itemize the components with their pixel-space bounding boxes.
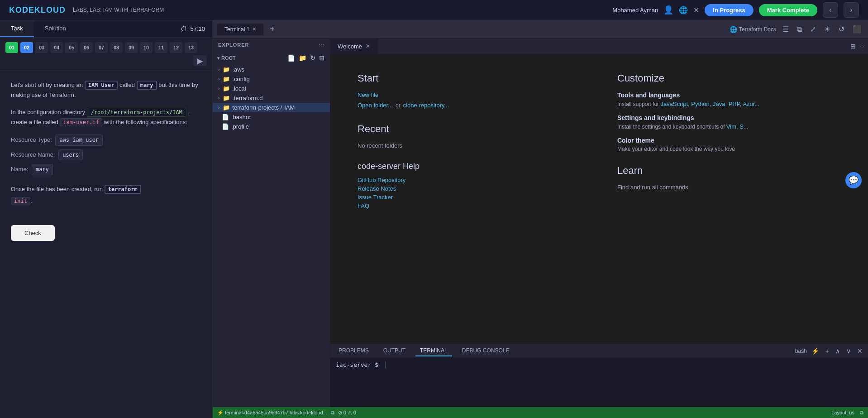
step-13[interactable]: 13 <box>185 42 197 53</box>
debug-console-tab[interactable]: DEBUG CONSOLE <box>458 346 514 356</box>
step-6[interactable]: 06 <box>80 42 93 53</box>
step-8[interactable]: 08 <box>110 42 123 53</box>
iam-user-highlight: IAM User <box>85 81 118 90</box>
globe-small-icon: 🌐 <box>730 26 737 33</box>
prev-arrow[interactable]: ‹ <box>823 2 838 18</box>
tree-item-terraform-d[interactable]: › 📁 .terraform.d <box>213 93 330 103</box>
add-terminal-tab[interactable]: + <box>267 24 277 35</box>
chat-bubble[interactable]: 💬 <box>845 172 862 188</box>
task-content: Let's start off by creating an IAM User … <box>0 71 212 418</box>
step-10[interactable]: 10 <box>140 42 153 53</box>
step-1[interactable]: 01 <box>5 42 18 53</box>
step-5[interactable]: 05 <box>65 42 78 53</box>
step-4[interactable]: 04 <box>50 42 63 53</box>
external-link-status-icon[interactable]: ⧉ <box>860 410 863 416</box>
tab-solution[interactable]: Solution <box>34 20 77 37</box>
release-notes-link[interactable]: Release Notes <box>358 185 581 192</box>
tree-item-aws[interactable]: › 📁 .aws <box>213 65 330 74</box>
chevron-up-icon[interactable]: ∧ <box>834 346 842 356</box>
tree-label-terraform-d: .terraform.d <box>232 95 262 101</box>
tab-task[interactable]: Task <box>0 20 34 37</box>
issue-tracker-link[interactable]: Issue Tracker <box>358 194 581 201</box>
tree-item-bashrc[interactable]: 📄 .bashrc <box>213 112 330 122</box>
settings-editors-link[interactable]: Vim, S... <box>726 123 749 130</box>
new-folder-icon[interactable]: 📁 <box>298 53 307 62</box>
folder-icon-config: 📁 <box>223 76 230 82</box>
refresh-icon[interactable]: ↻ <box>309 53 316 62</box>
step-3[interactable]: 03 <box>35 42 48 53</box>
tree-label-iam: IAM <box>284 104 295 111</box>
terminal-icon: ⚡ <box>217 410 224 416</box>
terminal-tab-close[interactable]: ✕ <box>252 26 256 32</box>
tools-langs-link[interactable]: JavaScript, Python, Java, PHP, Azur... <box>660 101 759 107</box>
root-section: ▾ ROOT 📄 📁 ↻ ⊟ <box>213 51 330 65</box>
step-12[interactable]: 12 <box>170 42 182 53</box>
open-folder-link[interactable]: Open folder... <box>358 102 393 109</box>
mark-complete-button[interactable]: Mark Complete <box>759 4 817 16</box>
task-para3-period: . <box>30 197 32 204</box>
recent-title: Recent <box>358 123 581 135</box>
sun-icon[interactable]: ☀ <box>822 24 832 34</box>
output-tab[interactable]: OUTPUT <box>379 346 410 356</box>
step-nav: 01 02 03 04 05 06 07 08 09 10 11 12 13 ▶ <box>0 38 212 71</box>
hamburger-icon[interactable]: ☰ <box>781 24 791 34</box>
tree-arrow-local: › <box>218 86 219 91</box>
terminal-path-item[interactable]: ⚡ terminal-d4a6a45ca9e347b7.labs.kodeklo… <box>217 410 327 416</box>
terraform-docs-btn[interactable]: 🌐 Terraform Docs <box>730 26 776 33</box>
add-terminal-btn[interactable]: + <box>824 346 831 356</box>
editor-tabs: Welcome ✕ ⊞ ··· <box>330 38 868 54</box>
new-file-icon[interactable]: 📄 <box>286 53 296 62</box>
settings-sub: Install the settings and keyboard shortc… <box>617 123 841 130</box>
history-icon[interactable]: ↺ <box>837 24 846 34</box>
resource-name-label: Resource Name: <box>11 151 57 158</box>
tree-item-config[interactable]: › 📁 .config <box>213 74 330 84</box>
github-repo-link[interactable]: GitHub Repository <box>358 177 581 183</box>
chevron-down-icon[interactable]: ∨ <box>844 346 853 356</box>
problems-tab[interactable]: PROBLEMS <box>334 346 373 356</box>
user-avatar-icon: 👤 <box>663 5 673 15</box>
terminal-tab[interactable]: TERMINAL <box>415 346 452 356</box>
tools-title: Tools and languages <box>617 91 841 99</box>
next-arrow[interactable]: › <box>844 2 859 18</box>
warning-count: 0 <box>353 410 356 415</box>
config-path: /root/terraform-projects/IAM <box>87 108 186 117</box>
editor-more-icon[interactable]: ··· <box>859 43 864 50</box>
timer-value: 57:10 <box>190 25 205 32</box>
copy-icon-item[interactable]: ⧉ <box>331 410 334 416</box>
step-9[interactable]: 09 <box>125 42 138 53</box>
vscode-topbar: Terminal 1 ✕ + 🌐 Terraform Docs ☰ ⧉ ⤢ ☀ … <box>213 20 868 38</box>
close-icon: ✕ <box>693 6 699 14</box>
external-link-icon[interactable]: ⧉ <box>795 24 804 34</box>
tree-item-profile[interactable]: 📄 .profile <box>213 122 330 131</box>
clone-repo-link[interactable]: clone repository... <box>403 102 449 109</box>
tree-item-local[interactable]: › 📁 .local <box>213 84 330 93</box>
step-7[interactable]: 07 <box>95 42 108 53</box>
close-terminal-icon[interactable]: ✕ <box>855 346 864 356</box>
welcome-page: Start New file Open folder... or clone r… <box>330 54 868 344</box>
faq-link[interactable]: FAQ <box>358 202 581 209</box>
tree-item-terraform-projects[interactable]: › 📁 terraform-projects / IAM <box>213 103 330 112</box>
terminal-tab-1[interactable]: Terminal 1 ✕ <box>217 24 263 35</box>
skip-button[interactable]: ▶ <box>193 55 207 66</box>
term-tab-right: bash ⚡ + ∧ ∨ ✕ <box>795 346 864 356</box>
file-icon-bashrc: 📄 <box>222 114 229 120</box>
new-file-link[interactable]: New file <box>358 91 581 98</box>
tree-arrow-terraform-projects: › <box>218 105 219 110</box>
step-11[interactable]: 11 <box>155 42 167 53</box>
tree-label-aws: .aws <box>232 66 244 73</box>
terminal-tabs-bar: PROBLEMS OUTPUT TERMINAL DEBUG CONSOLE b… <box>330 344 868 358</box>
expand-icon[interactable]: ⤢ <box>808 24 818 34</box>
in-progress-button[interactable]: In Progress <box>705 4 754 16</box>
collapse-icon[interactable]: ⊟ <box>318 53 325 62</box>
check-button[interactable]: Check <box>11 225 55 241</box>
welcome-tab-close[interactable]: ✕ <box>366 43 370 49</box>
root-chevron-icon: ▾ <box>217 56 219 61</box>
errors-item[interactable]: ⊘ 0 ⚠ 0 <box>338 410 356 416</box>
welcome-tab[interactable]: Welcome ✕ <box>330 38 378 54</box>
no-recent-text: No recent folders <box>358 142 581 149</box>
step-2[interactable]: 02 <box>20 42 33 53</box>
split-editor-btn[interactable]: ⊞ <box>847 41 859 52</box>
explorer-more-icon[interactable]: ··· <box>319 42 324 48</box>
tree-root: › 📁 .aws › 📁 .config › 📁 .local <box>213 65 330 131</box>
tree-label-profile: .profile <box>231 123 249 130</box>
